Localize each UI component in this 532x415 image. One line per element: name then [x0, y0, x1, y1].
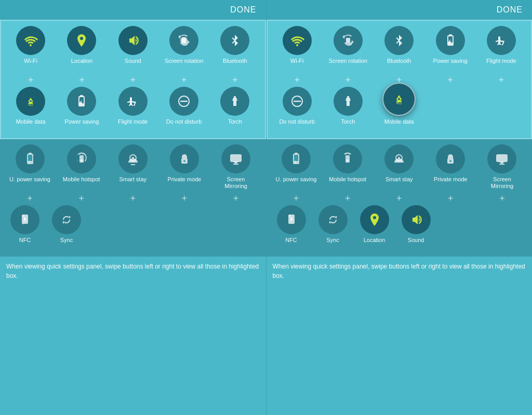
left-power-saving[interactable]: Power saving — [61, 87, 102, 133]
right-mobile-data-drag-circle: 4G — [382, 83, 416, 116]
rplus-10: + — [481, 194, 523, 203]
svg-rect-4 — [80, 95, 83, 97]
left-bluetooth-circle — [220, 26, 249, 55]
left-hotspot-circle — [67, 144, 96, 173]
right-sound[interactable]: Sound — [395, 205, 437, 251]
right-mobile-data-dragging[interactable]: 4G Mobile data — [382, 83, 416, 125]
right-torch-label: Torch — [341, 118, 355, 133]
right-wifi-circle — [283, 26, 312, 55]
left-row-1: Wi-Fi Location Sound — [5, 26, 261, 74]
svg-rect-28 — [449, 34, 452, 36]
right-torch[interactable]: Torch — [327, 87, 369, 133]
left-mirroring-label: Screen Mirroring — [215, 176, 257, 191]
left-sound[interactable]: Sound — [112, 26, 154, 72]
svg-rect-7 — [233, 101, 236, 106]
left-plus-row-1: + + + + + — [5, 74, 261, 87]
svg-rect-31 — [347, 101, 350, 106]
right-dnd-label: Do not disturb — [279, 118, 314, 133]
left-nfc[interactable]: NFC — [4, 205, 46, 251]
left-footer: When viewing quick settings panel, swipe… — [0, 257, 266, 286]
left-dnd[interactable]: Do not disturb — [163, 87, 205, 133]
right-u-power[interactable]: U. power saving — [275, 144, 317, 191]
right-dnd[interactable]: Do not disturb — [276, 87, 318, 133]
right-nfc-circle — [277, 205, 306, 234]
svg-marker-8 — [232, 98, 237, 101]
left-smart-stay[interactable]: Smart stay — [112, 144, 154, 191]
left-torch[interactable]: Torch — [214, 87, 256, 133]
left-sync-label: Sync — [60, 237, 73, 251]
right-wifi[interactable]: Wi-Fi — [276, 26, 318, 72]
left-nfc-circle — [10, 205, 39, 234]
right-private-circle — [436, 144, 465, 173]
left-plus-row-2: + + + + + — [4, 193, 262, 205]
svg-rect-47 — [289, 215, 290, 217]
left-u-power[interactable]: U. power saving — [9, 144, 51, 191]
left-flight-mode[interactable]: Flight mode — [112, 87, 154, 133]
svg-rect-25 — [346, 38, 350, 43]
left-u-power-label: U. power saving — [9, 176, 50, 191]
left-mirroring[interactable]: Screen Mirroring — [215, 144, 257, 191]
plus-7: + — [61, 194, 102, 203]
right-flight-mode[interactable]: Flight mode — [481, 26, 522, 72]
right-private-label: Private mode — [434, 176, 468, 191]
left-location[interactable]: Location — [61, 26, 102, 72]
svg-point-14 — [81, 159, 83, 162]
right-bluetooth-circle — [384, 26, 414, 55]
left-screen-rotation[interactable]: Screen rotation — [163, 26, 205, 72]
right-location-label: Location — [364, 237, 385, 251]
left-rotation-circle — [169, 26, 198, 55]
left-bluetooth-label: Bluetooth — [223, 58, 247, 72]
right-sound-circle — [402, 205, 431, 234]
right-mirroring[interactable]: Screen Mirroring — [481, 144, 523, 191]
right-smart-stay[interactable]: Smart stay — [378, 144, 420, 191]
right-smart-stay-circle — [384, 144, 414, 173]
right-highlighted-section: Wi-Fi Screen rotation Bluetooth — [267, 20, 533, 139]
svg-rect-11 — [28, 155, 32, 161]
left-private[interactable]: Private mode — [164, 144, 205, 191]
rplus-9: + — [430, 194, 471, 203]
left-sound-circle — [118, 26, 148, 55]
right-location[interactable]: Location — [354, 205, 395, 251]
svg-rect-36 — [294, 155, 298, 161]
svg-rect-20 — [231, 155, 241, 162]
left-flight-circle — [118, 87, 148, 116]
right-flight-label: Flight mode — [486, 58, 516, 72]
svg-point-43 — [449, 160, 451, 162]
left-private-label: Private mode — [167, 176, 201, 191]
svg-rect-37 — [295, 153, 298, 154]
right-sync[interactable]: Sync — [312, 205, 354, 251]
right-bluetooth[interactable]: Bluetooth — [378, 26, 420, 72]
right-plus-row-2: + + + + + — [271, 193, 528, 205]
left-bluetooth[interactable]: Bluetooth — [214, 26, 256, 72]
svg-rect-12 — [29, 153, 32, 154]
left-mobile-data[interactable]: 4G Mobile data — [10, 87, 51, 133]
left-smart-stay-label: Smart stay — [119, 176, 147, 191]
left-mirroring-circle — [221, 144, 250, 173]
left-wifi[interactable]: Wi-Fi — [10, 26, 51, 72]
right-panel: DONE Wi-Fi Screen rotation — [267, 0, 533, 415]
right-nfc-label: NFC — [285, 237, 297, 251]
right-private[interactable]: Private mode — [430, 144, 471, 191]
left-wifi-circle — [16, 26, 45, 55]
left-mobile-data-circle: 4G — [16, 87, 45, 116]
left-location-label: Location — [71, 58, 93, 72]
right-dnd-circle — [283, 87, 312, 116]
left-row-4: NFC Sync — [4, 205, 262, 253]
left-dnd-label: Do not disturb — [166, 118, 202, 133]
left-flight-label: Flight mode — [118, 118, 148, 133]
right-hotspot[interactable]: Mobile hotspot — [327, 144, 368, 191]
right-location-circle — [360, 205, 389, 234]
left-hotspot[interactable]: Mobile hotspot — [61, 144, 102, 191]
right-nfc[interactable]: NFC — [271, 205, 312, 251]
left-sync-circle — [52, 205, 81, 234]
right-normal-section: U. power saving Mobile hotspot Smart sta… — [267, 139, 533, 257]
right-power-saving[interactable]: Power saving — [430, 26, 471, 72]
left-panel-header[interactable]: DONE — [0, 0, 266, 20]
right-sync-circle — [318, 205, 348, 234]
plus-6: + — [9, 194, 51, 203]
right-screen-rotation[interactable]: Screen rotation — [327, 26, 369, 72]
left-u-power-circle — [16, 144, 45, 173]
right-bluetooth-label: Bluetooth — [387, 58, 411, 72]
right-panel-header[interactable]: DONE — [267, 0, 533, 20]
left-sync[interactable]: Sync — [46, 205, 87, 251]
